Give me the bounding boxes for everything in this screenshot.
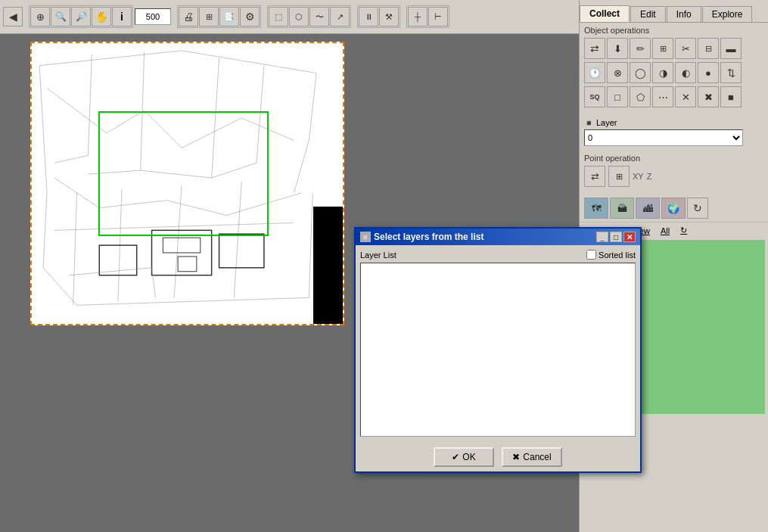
sorted-list-label: Sorted list [599,250,636,260]
object-ops-row-1: ⇄ ⬇ ✏ ⊞ ✂ ⊟ ▬ [584,38,763,59]
dialog-ok-button[interactable]: ✔ OK [434,447,494,467]
select-line-button[interactable]: 〜 [309,7,329,26]
obj-op-btn-4[interactable]: ⊞ [652,38,673,59]
object-ops-row-2: 🕐 ⊗ ◯ ◑ ◐ ● ⇅ [584,62,763,83]
shape-btn-2[interactable]: ⊢ [428,7,448,26]
ok-label: OK [462,452,475,462]
object-ops-row-3: SQ □ ⬠ ⋯ ✕ ✖ ■ [584,86,763,107]
obj-op-btn-16[interactable]: □ [607,86,628,107]
sorted-list-checkbox[interactable] [586,250,596,260]
obj-op-btn-17[interactable]: ⬠ [630,86,651,107]
map-canvas[interactable]: Примерная карта [30,42,344,325]
obj-op-btn-8[interactable]: 🕐 [584,62,605,83]
zoom-value-input[interactable]: 500 [135,8,171,25]
zoom-tools-group: ⊕ 🔍 🔎 ✋ i [29,5,133,28]
obj-op-btn-21[interactable]: ■ [720,86,742,107]
obj-op-btn-2[interactable]: ⬇ [607,38,628,59]
tab-strip: Collect Edit Info Explore [580,0,768,23]
thumbnail-btn-3[interactable]: 🏙 [636,198,660,219]
layer-list-label: Layer List [360,250,396,260]
pan-button[interactable]: ✋ [92,7,111,26]
obj-op-btn-15[interactable]: SQ [584,86,605,107]
dialog-header-row: Layer List Sorted list [360,250,636,260]
cancel-x-icon: ✖ [512,452,520,462]
tab-explore[interactable]: Explore [702,6,753,22]
object-operations-section: Object operations ⇄ ⬇ ✏ ⊞ ✂ ⊟ ▬ 🕐 ⊗ ◯ ◑ … [580,23,768,114]
point-operation-section: Point operation ⇄ ⊞ XY Z [580,151,768,190]
obj-op-btn-9[interactable]: ⊗ [607,62,628,83]
info-button[interactable]: i [112,7,132,26]
dialog-cancel-button[interactable]: ✖ Cancel [502,447,562,467]
select-poly-button[interactable]: ⬡ [289,7,309,26]
obj-op-btn-3[interactable]: ✏ [630,38,651,59]
obj-op-btn-5[interactable]: ✂ [675,38,696,59]
view-refresh-icon[interactable]: ↻ [677,225,690,236]
dialog-minimize-button[interactable]: _ [596,232,608,242]
cnc-button[interactable]: ⚒ [379,7,399,26]
zoom-in-button[interactable]: 🔍 [51,7,70,26]
obj-op-btn-7[interactable]: ▬ [720,38,742,59]
dialog-controls: _ □ ✕ [596,232,636,242]
back-button[interactable]: ◀ [3,7,23,26]
refresh-view-btn[interactable]: ↻ [687,198,708,219]
thumbnail-btn-1[interactable]: 🗺 [584,198,608,219]
obj-op-btn-19[interactable]: ✕ [675,86,696,107]
dialog-window-icon: ≡ [360,232,371,242]
obj-op-btn-10[interactable]: ◯ [630,62,651,83]
obj-op-btn-18[interactable]: ⋯ [652,86,673,107]
table-button[interactable]: ⊞ [199,7,219,26]
point-op-btn-1[interactable]: ⇄ [584,166,605,187]
map-drawing: Примерная карта [32,43,343,324]
obj-op-btn-12[interactable]: ◐ [675,62,696,83]
layer-select[interactable]: 0 [584,129,743,146]
thumbnail-btn-2[interactable]: 🏔 [610,198,634,219]
layer-label: ◾ Layer [584,118,763,127]
dialog-maximize-button[interactable]: □ [610,232,622,242]
obj-op-btn-1[interactable]: ⇄ [584,38,605,59]
shape-tools-group: ┼ ⊢ [406,5,449,28]
select-tools-group: ⬚ ⬡ 〜 ↗ [267,5,351,28]
svg-rect-0 [32,43,343,324]
tab-edit[interactable]: Edit [630,6,666,22]
shape-btn-1[interactable]: ┼ [408,7,428,26]
select-layers-dialog: ≡ Select layers from the list _ □ ✕ Laye… [354,227,642,473]
settings-button[interactable]: ⚙ [240,7,260,26]
dialog-title: Select layers from the list [374,232,483,242]
layer-list-box[interactable] [360,263,636,437]
point-op-btn-2[interactable]: ⊞ [608,166,630,187]
layer-section: ◾ Layer 0 [580,115,768,149]
zoom-out-button[interactable]: 🔎 [71,7,91,26]
tab-collect[interactable]: Collect [580,5,630,22]
print-button[interactable]: 🖨 [179,7,198,26]
tab-info[interactable]: Info [667,6,701,22]
dialog-footer: ✔ OK ✖ Cancel [356,441,640,471]
obj-op-btn-14[interactable]: ⇅ [720,62,742,83]
draw-tools-group: ⏸ ⚒ [357,5,400,28]
view-tab-all[interactable]: All [658,226,673,236]
obj-op-btn-6[interactable]: ⊟ [698,38,719,59]
ok-check-icon: ✔ [452,452,459,462]
z-label: Z [647,172,652,181]
xy-label: XY [633,172,644,181]
obj-op-btn-20[interactable]: ✖ [698,86,719,107]
cancel-label: Cancel [523,452,551,462]
pipe-button[interactable]: ⏸ [359,7,378,26]
dialog-close-button[interactable]: ✕ [623,232,636,242]
zoom-in-rect-button[interactable]: ⊕ [30,7,50,26]
thumbnail-btn-4[interactable]: 🌍 [661,198,686,219]
obj-op-btn-13[interactable]: ● [698,62,719,83]
object-operations-title: Object operations [584,26,763,35]
raster-button[interactable]: 📑 [219,7,239,26]
sorted-list-checkbox-row: Sorted list [586,250,636,260]
map-black-bar [313,207,344,324]
point-ops-row: ⇄ ⊞ XY Z [584,166,763,187]
arrow-button[interactable]: ↗ [330,7,350,26]
point-operation-title: Point operation [584,154,763,163]
tools-group-2: 🖨 ⊞ 📑 ⚙ [177,5,261,28]
layer-title: Layer [596,118,617,127]
select-rect-button[interactable]: ⬚ [269,7,288,26]
view-thumbnails-row: 🗺 🏔 🏙 🌍 ↻ [580,194,768,222]
dialog-content: Layer List Sorted list [356,245,640,441]
dialog-titlebar: ≡ Select layers from the list _ □ ✕ [356,229,640,245]
obj-op-btn-11[interactable]: ◑ [652,62,673,83]
